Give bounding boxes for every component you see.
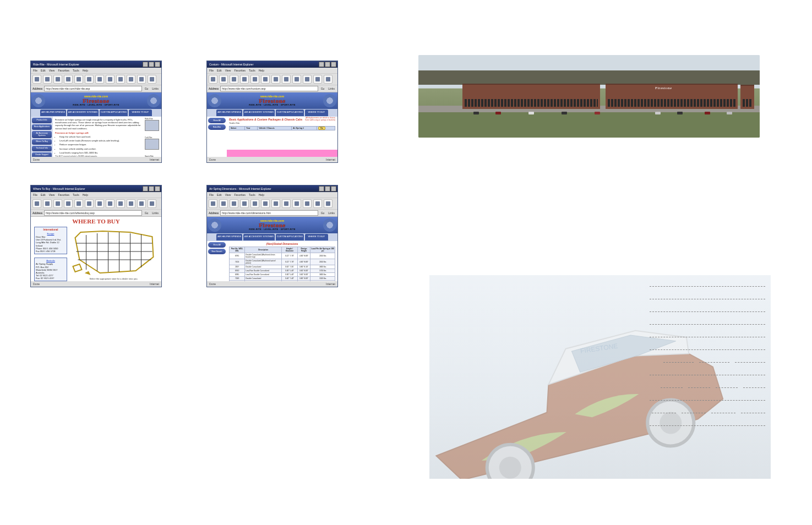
print-button[interactable]: [127, 75, 135, 84]
home-button[interactable]: [74, 75, 83, 84]
forward-button[interactable]: [43, 75, 52, 84]
blank-line[interactable]: [663, 362, 694, 363]
tab-air-accessory[interactable]: AIR ACCESSORY SYSTEMS: [243, 234, 275, 240]
tab-air-accessory[interactable]: AIR ACCESSORY SYSTEMS: [243, 110, 275, 116]
blank-line[interactable]: [688, 387, 710, 388]
print-button[interactable]: [127, 199, 135, 208]
history-button[interactable]: [106, 75, 115, 84]
menu-item[interactable]: Tools: [73, 69, 79, 72]
sidebar-item[interactable]: Where To Buy: [32, 139, 52, 145]
titlebar[interactable]: Where To Buy - Microsoft Internet Explor…: [31, 185, 161, 192]
tab-custom[interactable]: CUSTOM APPLICATIONS: [276, 110, 304, 116]
blank-line[interactable]: [682, 413, 706, 413]
minimize-icon[interactable]: [319, 62, 324, 67]
product-thumbnail[interactable]: [145, 120, 159, 131]
blank-line[interactable]: [650, 299, 765, 299]
menubar[interactable]: File Edit View Favorites Tools Help: [207, 68, 337, 73]
blank-line[interactable]: [741, 413, 765, 413]
blank-line[interactable]: [650, 311, 765, 312]
close-icon[interactable]: [155, 186, 160, 192]
blank-line[interactable]: [650, 400, 765, 401]
close-icon[interactable]: [331, 186, 336, 192]
search-button[interactable]: [85, 75, 94, 84]
address-input[interactable]: http://www.ride-rite.com/dimensions.htm: [220, 210, 318, 216]
print-button[interactable]: [303, 75, 312, 84]
blank-line[interactable]: [650, 349, 765, 350]
discuss-button[interactable]: [148, 75, 156, 84]
blank-line[interactable]: [711, 413, 735, 413]
favorites-button[interactable]: [271, 75, 280, 84]
search-button[interactable]: [261, 199, 270, 208]
address-input[interactable]: http://www.ride-rite.com/wheretobuy.asp: [44, 210, 141, 216]
tab-where-to-buy[interactable]: WHERE TO BUY: [305, 110, 328, 116]
mail-button[interactable]: [116, 75, 125, 84]
forward-button[interactable]: [219, 75, 228, 84]
menubar[interactable]: File Edit View Favorites Tools Help: [207, 192, 337, 198]
maximize-icon[interactable]: [149, 186, 154, 192]
menu-item[interactable]: Help: [83, 69, 88, 72]
mail-button[interactable]: [292, 75, 301, 84]
menu-item[interactable]: Tools: [73, 193, 79, 196]
stop-button[interactable]: [230, 75, 238, 84]
favorites-button[interactable]: [271, 199, 280, 208]
refresh-button[interactable]: [64, 75, 73, 84]
discuss-button[interactable]: [148, 199, 156, 208]
tab-air-helper[interactable]: AIR HELPER SPRINGS: [40, 110, 66, 116]
menu-item[interactable]: View: [225, 193, 231, 196]
forward-button[interactable]: [219, 199, 228, 208]
go-button[interactable]: Go: [318, 127, 325, 130]
menu-item[interactable]: View: [49, 69, 55, 72]
close-icon[interactable]: [331, 62, 336, 67]
go-button[interactable]: Go: [144, 87, 150, 90]
sidebar-item[interactable]: New Search: [208, 249, 226, 254]
sidebar-item[interactable]: Technical Info: [32, 146, 52, 151]
menu-item[interactable]: Help: [83, 193, 88, 196]
menubar[interactable]: File Edit View Favorites Tools Help: [31, 68, 161, 73]
tab-air-helper[interactable]: AIR HELPER SPRINGS: [216, 234, 242, 240]
menu-item[interactable]: Tools: [249, 69, 255, 72]
refresh-button[interactable]: [240, 199, 249, 208]
tab-air-accessory[interactable]: AIR ACCESSORY SYSTEMS: [67, 110, 99, 116]
address-input[interactable]: http://www.ride-rite.com/ride-rite.asp: [44, 86, 141, 91]
refresh-button[interactable]: [64, 199, 73, 208]
close-icon[interactable]: [155, 62, 160, 67]
stop-button[interactable]: [53, 75, 62, 84]
blank-line[interactable]: [650, 324, 765, 325]
stop-button[interactable]: [53, 199, 62, 208]
search-button[interactable]: [85, 199, 94, 208]
blank-line[interactable]: [652, 413, 676, 413]
sidebar-item[interactable]: Air Accessory Systems: [32, 131, 52, 139]
go-button[interactable]: Go: [144, 211, 150, 215]
mail-button[interactable]: [292, 199, 301, 208]
sidebar-item[interactable]: Ride-Rite: [208, 124, 226, 130]
menu-item[interactable]: View: [225, 69, 231, 72]
product-thumbnail[interactable]: [145, 139, 159, 150]
back-button[interactable]: [32, 75, 41, 84]
mail-button[interactable]: [116, 199, 125, 208]
home-button[interactable]: [250, 75, 259, 84]
tab-custom[interactable]: CUSTOM APPLICATIONS: [100, 110, 128, 116]
menu-item[interactable]: File: [33, 69, 37, 72]
back-button[interactable]: [32, 199, 41, 208]
menu-item[interactable]: Favorites: [234, 193, 246, 196]
minimize-icon[interactable]: [319, 186, 324, 192]
search-button[interactable]: [261, 75, 270, 84]
menu-item[interactable]: Edit: [217, 69, 222, 72]
blank-line[interactable]: [661, 387, 683, 388]
go-button[interactable]: Go: [320, 87, 326, 90]
sidebar-item[interactable]: Dealer Support: [32, 152, 52, 157]
links-label[interactable]: Links: [151, 211, 160, 215]
minimize-icon[interactable]: [143, 62, 148, 67]
menu-item[interactable]: Favorites: [58, 193, 69, 196]
blank-line[interactable]: [650, 425, 765, 426]
tab-where-to-buy[interactable]: WHERE TO BUY: [129, 110, 152, 116]
go-button[interactable]: Go: [320, 211, 326, 215]
sidebar-item[interactable]: Show All: [208, 118, 226, 123]
back-button[interactable]: [209, 75, 217, 84]
blank-line[interactable]: [699, 362, 729, 363]
menubar[interactable]: File Edit View Favorites Tools Help: [31, 192, 161, 198]
menu-item[interactable]: View: [49, 193, 55, 196]
blank-line[interactable]: [743, 387, 765, 388]
home-button[interactable]: [250, 199, 259, 208]
blank-line[interactable]: [735, 362, 765, 363]
